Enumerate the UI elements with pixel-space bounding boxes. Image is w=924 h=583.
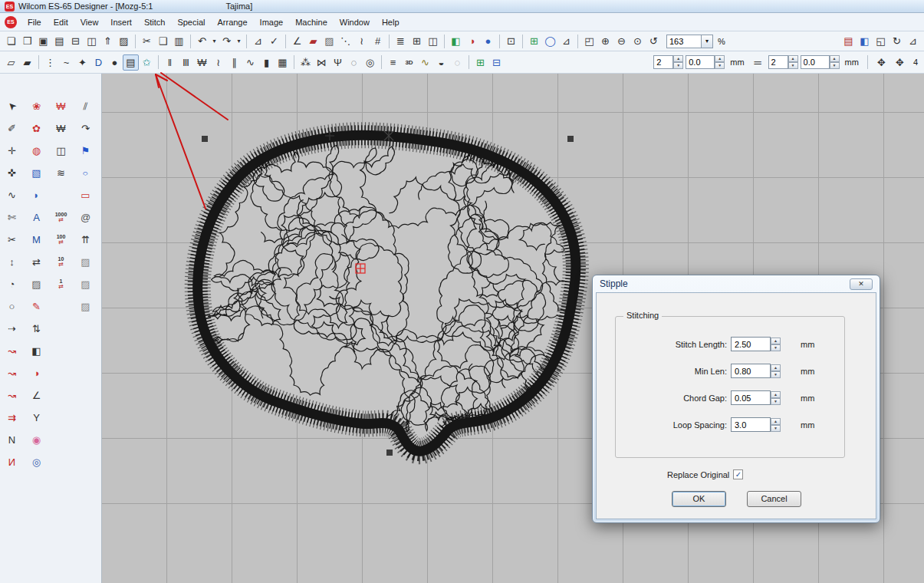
hatch-fill-c-tool[interactable]: ▨ (76, 297, 95, 316)
paste-icon[interactable]: ▥ (171, 33, 187, 49)
triple-run-icon[interactable]: Ⅲ (178, 54, 194, 71)
team-names-tool[interactable]: M (27, 230, 46, 249)
grid-count-1-up-icon[interactable]: ▲ (673, 55, 683, 62)
stitch-direction-c-tool[interactable]: ↝ (2, 386, 21, 405)
menu-insert[interactable]: Insert (104, 15, 138, 30)
flower-small-tool[interactable]: ✿ (27, 119, 46, 138)
pattern-fill-icon[interactable]: ▨ (321, 33, 337, 49)
replace-original-checkbox[interactable]: ✓ (733, 469, 743, 479)
connectors-icon[interactable]: ~ (58, 54, 74, 71)
save-design-icon[interactable]: ▣ (35, 33, 51, 49)
backstitch-icon[interactable]: ≀ (210, 54, 226, 71)
scissors-tool[interactable]: ✂ (2, 230, 21, 249)
chord-gap-up-icon[interactable]: ▲ (771, 391, 781, 398)
hatch-fill-b-tool[interactable]: ▨ (76, 275, 95, 294)
zoom-combo[interactable]: ▾ (666, 35, 713, 48)
hoop-position-tool[interactable]: ◎ (27, 453, 46, 472)
menu-window[interactable]: Window (334, 15, 376, 30)
tatami-fill-icon[interactable]: ▦ (275, 54, 291, 71)
process-check-icon[interactable]: ✓ (266, 33, 282, 49)
auto-underlay-icon[interactable]: ◌ (449, 54, 465, 71)
penetrations-tool[interactable]: ⇢ (2, 319, 21, 338)
travel-1000-stitches[interactable]: 1000⇄ (51, 208, 71, 227)
photo-stitch-tool[interactable]: ◗ (27, 186, 46, 205)
travel-1-stitch[interactable]: 1⇄ (51, 275, 71, 294)
cut-icon[interactable]: ✂ (139, 33, 155, 49)
redo-icon[interactable]: ↷ (219, 33, 235, 49)
undo-icon[interactable]: ↶ (194, 33, 210, 49)
remove-overlaps-tool[interactable]: ◧ (27, 341, 46, 361)
grid-spacing-1-down-icon[interactable]: ▼ (715, 62, 725, 69)
transform-tool[interactable]: ⇄ (27, 252, 46, 272)
ok-button[interactable]: OK (672, 491, 726, 507)
grid-count-1-input[interactable] (653, 55, 673, 69)
menu-file[interactable]: File (21, 15, 48, 30)
loop-spacing-up-icon[interactable]: ▲ (771, 418, 781, 425)
stitch-effects-icon[interactable]: ≡ (385, 54, 401, 71)
manual-spacing-icon[interactable]: ⊟ (488, 54, 505, 71)
write-to-machine-icon[interactable]: ▤ (51, 33, 67, 49)
grid-spacing-2-down-icon[interactable]: ▼ (830, 62, 840, 69)
reshape-tool[interactable]: ✛ (2, 141, 21, 160)
outline-dash-icon[interactable]: ≀ (353, 33, 370, 49)
design-docker-icon[interactable]: D (90, 54, 107, 71)
applique-tool[interactable]: ◍ (27, 141, 46, 160)
export-machine-file-icon[interactable]: ⇑ (100, 33, 116, 49)
chord-gap-down-icon[interactable]: ▼ (771, 398, 781, 405)
rectangle-tool[interactable]: ▭ (76, 186, 95, 205)
outline-view-icon[interactable]: ▱ (3, 54, 19, 71)
object-color-icon[interactable]: ● (480, 33, 496, 49)
stipple-stemstitch-icon[interactable]: ✩ (139, 54, 155, 71)
close-icon[interactable]: ✕ (850, 278, 873, 290)
open-design-icon[interactable]: ❒ (19, 33, 35, 49)
move-design-icon[interactable]: ✥ (892, 54, 908, 71)
sequence-tool[interactable]: ⇅ (27, 319, 46, 338)
wave-effect-tool[interactable]: ≋ (51, 163, 71, 183)
break-apart-tool[interactable]: Y (27, 408, 46, 427)
stitch-player-tool[interactable]: ◉ (27, 430, 46, 450)
machine-functions-icon[interactable]: ✦ (74, 54, 90, 71)
zoom-out-icon[interactable]: ⊖ (613, 33, 630, 49)
menu-help[interactable]: Help (376, 15, 406, 30)
flexi-split-icon[interactable]: Ψ (330, 54, 346, 71)
run-stitch-icon[interactable]: ‖ (162, 54, 178, 71)
menu-image[interactable]: Image (254, 15, 290, 30)
elastic-fancy-tool[interactable]: ▨ (27, 275, 46, 294)
grid-spacing-1-input[interactable] (686, 55, 715, 69)
design-properties-icon[interactable]: ▤ (840, 33, 857, 49)
insert-design-icon[interactable]: ▨ (116, 33, 132, 49)
background-display-icon[interactable]: ◧ (857, 33, 873, 49)
stipple-run-icon[interactable]: ▤ (123, 54, 139, 71)
motif-run-black-tool[interactable]: ₩ (51, 119, 71, 138)
overview-window-icon[interactable]: ◱ (873, 33, 889, 49)
print-preview-icon[interactable]: ◫ (84, 33, 100, 49)
stitch-dot-icon[interactable]: ● (107, 54, 123, 71)
stitch-list-icon[interactable]: ≣ (393, 33, 409, 49)
copy-icon[interactable]: ❑ (155, 33, 171, 49)
grid-spacing-1-up-icon[interactable]: ▲ (715, 55, 725, 62)
print-icon[interactable]: ⊟ (67, 33, 84, 49)
menu-special[interactable]: Special (171, 15, 211, 30)
stitch-length-down-icon[interactable]: ▼ (771, 344, 781, 351)
selection-handle-bottom-center[interactable] (386, 450, 393, 456)
show-grid-icon[interactable]: ⊞ (526, 33, 542, 49)
satin-stitch-icon[interactable]: ▮ (258, 54, 275, 71)
zoom-dropdown-icon[interactable]: ▾ (702, 35, 713, 48)
loop-spacing-input[interactable] (731, 417, 771, 432)
contour-fill-icon[interactable]: ◌ (346, 54, 362, 71)
min-len-input[interactable] (731, 364, 771, 378)
crosshatch-icon[interactable]: # (370, 33, 386, 49)
mirror-merge-tool[interactable]: ✜ (2, 163, 21, 183)
stitch-angle-icon[interactable]: ∠ (289, 33, 305, 49)
florentine-effect-icon[interactable]: ∿ (417, 54, 433, 71)
stitch-length-input[interactable] (731, 337, 771, 351)
measure-icon[interactable]: ⊿ (558, 33, 574, 49)
slow-redraw-tool[interactable]: @ (76, 208, 95, 227)
fan-stitch-tool[interactable]: ◔ (2, 275, 21, 294)
grid-spacing-2-up-icon[interactable]: ▲ (830, 55, 840, 62)
ellipse-tool[interactable]: ○ (76, 163, 95, 183)
stitch-list-tool[interactable]: ⇈ (76, 230, 95, 249)
column-stitch-tool[interactable]: ◫ (51, 141, 71, 160)
travel-100-stitches[interactable]: 100⇄ (51, 230, 71, 249)
knife-tool[interactable]: ✄ (2, 208, 21, 227)
